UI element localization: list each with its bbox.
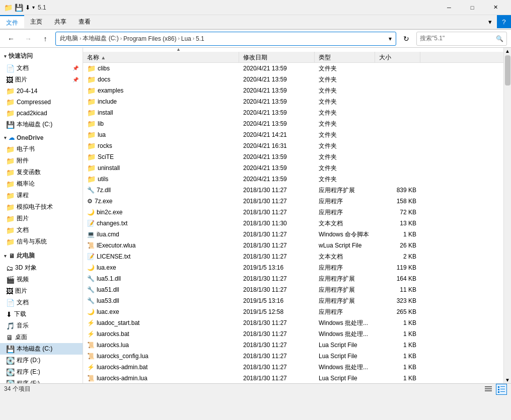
sidebar-item-music[interactable]: 🎵 音乐 — [0, 320, 83, 331]
lua-icon: 📜 — [87, 373, 95, 384]
refresh-button[interactable]: ↻ — [399, 32, 413, 46]
sidebar-item-probability[interactable]: 📁 概率论 — [0, 178, 83, 190]
table-row[interactable]: ⚡ luarocks-admin.bat 2018/1/30 11:27 Win… — [83, 362, 503, 373]
cmd-icon: 💻 — [87, 229, 95, 240]
table-row[interactable]: 📜 luarocks.lua 2018/1/30 11:27 Lua Scrip… — [83, 340, 503, 351]
table-row[interactable]: 📁 docs 2020/4/21 13:59 文件夹 — [83, 74, 503, 85]
maximize-button[interactable]: □ — [461, 0, 484, 15]
list-view-button[interactable] — [483, 384, 494, 395]
sidebar-item-videos[interactable]: 🎬 视频 — [0, 274, 83, 285]
table-row[interactable]: 📝 changes.txt 2018/1/30 11:30 文本文档 13 KB — [83, 218, 503, 229]
sidebar-item-signals[interactable]: 📁 信号与系统 — [0, 236, 83, 247]
table-row[interactable]: 🌙 lua.exe 2019/1/5 13:16 应用程序 119 KB — [83, 262, 503, 273]
tab-file[interactable]: 文件 — [0, 15, 24, 28]
sidebar-item-documents-pc[interactable]: 📄 文档 — [0, 297, 83, 308]
file-name: changes.txt — [97, 218, 127, 229]
help-button[interactable]: ? — [497, 15, 511, 28]
sidebar-thispc-section[interactable]: ▾ 🖥 此电脑 — [0, 249, 83, 262]
ribbon-expand-button[interactable]: ▾ — [483, 15, 497, 28]
dropdown-arrow-icon[interactable]: ▾ — [32, 5, 35, 10]
table-row[interactable]: 📁 install 2020/4/21 13:59 文件夹 — [83, 107, 503, 118]
close-button[interactable]: ✕ — [484, 0, 507, 15]
table-row[interactable]: 📁 utils 2020/4/21 13:59 文件夹 — [83, 174, 503, 185]
file-size-cell: 72 KB — [375, 207, 420, 218]
tab-view[interactable]: 查看 — [72, 15, 97, 28]
scroll-up-button[interactable]: ▲ — [504, 48, 511, 54]
detail-view-button[interactable] — [496, 384, 507, 395]
sidebar-item-courses[interactable]: 📁 课程 — [0, 190, 83, 201]
table-row[interactable]: 📁 SciTE 2020/4/21 13:59 文件夹 — [83, 151, 503, 162]
scroll-down-button[interactable]: ▼ — [504, 377, 511, 383]
sidebar-item-3d-objects[interactable]: 🗂 3D 对象 — [0, 262, 83, 274]
back-button[interactable]: ← — [4, 32, 18, 46]
scroll-thumb[interactable] — [505, 55, 510, 86]
table-row[interactable]: 🔧 7z.dll 2018/1/30 11:27 应用程序扩展 839 KB — [83, 185, 503, 196]
table-row[interactable]: 📁 lua 2020/4/21 14:21 文件夹 — [83, 129, 503, 140]
sidebar-item-compressed[interactable]: 📁 Compressed — [0, 97, 83, 108]
table-row[interactable]: 📁 include 2020/4/21 13:59 文件夹 — [83, 96, 503, 107]
sidebar-item-pictures[interactable]: 🖼 图片 📌 — [0, 74, 83, 86]
col-header-size[interactable]: 大小 — [375, 52, 420, 63]
address-path[interactable]: 此电脑 › 本地磁盘 (C:) › Program Files (x86) › … — [55, 32, 396, 46]
desktop-icon: 🖥 — [6, 333, 13, 342]
file-type-cell: 文件夹 — [315, 162, 375, 174]
up-button[interactable]: ↑ — [38, 32, 52, 46]
table-row[interactable]: 📁 examples 2020/4/21 13:59 文件夹 — [83, 85, 503, 96]
bat-icon: ⚡ — [87, 362, 95, 373]
sidebar-item-documents-2[interactable]: 📁 文档 — [0, 224, 83, 236]
sidebar-quick-access[interactable]: ▾ 快速访问 — [0, 50, 83, 62]
file-date-cell: 2018/1/30 11:30 — [239, 218, 315, 229]
sidebar-onedrive-section[interactable]: ▾ ☁ OneDrive — [0, 132, 83, 143]
sidebar-item-diskd[interactable]: 💽 程序 (D:) — [0, 355, 83, 366]
tab-home[interactable]: 主页 — [24, 15, 48, 28]
col-header-date[interactable]: 修改日期 — [239, 52, 315, 63]
file-size-cell: 1 KB — [375, 351, 420, 362]
sidebar-item-ebooks[interactable]: 📁 电子书 — [0, 143, 83, 155]
sidebar-item-documents[interactable]: 📄 文档 📌 — [0, 62, 83, 74]
table-row[interactable]: 📁 clibs 2020/4/21 13:59 文件夹 — [83, 63, 503, 74]
minimize-button[interactable]: ─ — [437, 0, 461, 15]
table-row[interactable]: 🔧 lua53.dll 2019/1/5 13:16 应用程序扩展 323 KB — [83, 295, 503, 306]
sidebar-item-pictures-2[interactable]: 📁 图片 — [0, 213, 83, 224]
search-input[interactable] — [420, 35, 496, 42]
table-row[interactable]: 📜 lExecutor.wlua 2018/1/30 11:27 wLua Sc… — [83, 240, 503, 251]
sidebar-item-diskf[interactable]: 💽 程序 (F:) — [0, 378, 83, 383]
col-header-type[interactable]: 类型 — [315, 52, 375, 63]
address-bar: ← → ↑ 此电脑 › 本地磁盘 (C:) › Program Files (x… — [0, 30, 511, 48]
table-row[interactable]: 📜 luarocks-admin.lua 2018/1/30 11:27 Lua… — [83, 373, 503, 383]
forward-button[interactable]: → — [21, 32, 35, 46]
file-date-cell: 2020/4/21 13:59 — [239, 85, 315, 96]
sidebar-item-complex[interactable]: 📁 复变函数 — [0, 166, 83, 178]
table-row[interactable]: 💻 ilua.cmd 2018/1/30 11:27 Windows 命令脚本 … — [83, 229, 503, 240]
table-row[interactable]: ⚙ 7z.exe 2018/1/30 11:27 应用程序 158 KB — [83, 196, 503, 207]
tab-share[interactable]: 共享 — [48, 15, 72, 28]
table-row[interactable]: 📁 uninstall 2020/4/21 13:59 文件夹 — [83, 162, 503, 174]
table-row[interactable]: 🔧 lua5.1.dll 2018/1/30 11:27 应用程序扩展 164 … — [83, 273, 503, 284]
file-name-cell: 🔧 lua53.dll — [83, 295, 239, 306]
file-date-cell: 2018/1/30 11:27 — [239, 251, 315, 262]
path-dropdown-icon[interactable]: ▾ — [389, 35, 392, 42]
sidebar-item-20-4-14[interactable]: 📁 20-4-14 — [0, 86, 83, 97]
right-scrollbar[interactable]: ▲ ▼ — [503, 48, 511, 383]
table-row[interactable]: ⚡ luarocks.bat 2018/1/30 11:27 Windows 批… — [83, 328, 503, 340]
sidebar-item-desktop[interactable]: 🖥 桌面 — [0, 331, 83, 343]
table-row[interactable]: 🌙 bin2c.exe 2018/1/30 11:27 应用程序 72 KB — [83, 207, 503, 218]
table-row[interactable]: 🔧 lua51.dll 2018/1/30 11:27 应用程序扩展 11 KB — [83, 284, 503, 295]
pictures-icon: 🖼 — [6, 76, 13, 84]
sidebar-item-localc[interactable]: 💾 本地磁盘 (C:) — [0, 343, 83, 355]
table-row[interactable]: 📜 luarocks_config.lua 2018/1/30 11:27 Lu… — [83, 351, 503, 362]
file-name-cell: 📁 utils — [83, 174, 239, 185]
sidebar-item-diske[interactable]: 💽 程序 (E:) — [0, 366, 83, 378]
table-row[interactable]: ⚡ luadoc_start.bat 2018/1/30 11:27 Windo… — [83, 317, 503, 328]
table-row[interactable]: 📁 rocks 2020/4/21 16:31 文件夹 — [83, 140, 503, 151]
sidebar-item-downloads[interactable]: ⬇ 下载 — [0, 308, 83, 320]
sidebar-item-local-disk-c[interactable]: 💾 本地磁盘 (C:) — [0, 119, 83, 130]
table-row[interactable]: 🌙 luac.exe 2019/1/5 12:58 应用程序 265 KB — [83, 306, 503, 317]
table-row[interactable]: 📁 lib 2020/4/21 13:59 文件夹 — [83, 118, 503, 129]
sidebar-item-analog-electronics[interactable]: 📁 模拟电子技术 — [0, 201, 83, 213]
sidebar-item-pcad2kicad[interactable]: 📁 pcad2kicad — [0, 108, 83, 119]
sidebar-item-pictures-pc[interactable]: 🖼 图片 — [0, 285, 83, 297]
sidebar-item-attachments[interactable]: 📁 附件 — [0, 155, 83, 166]
col-header-name[interactable]: 名称 ▲ — [83, 52, 239, 63]
table-row[interactable]: 📝 LICENSE.txt 2018/1/30 11:27 文本文档 2 KB — [83, 251, 503, 262]
